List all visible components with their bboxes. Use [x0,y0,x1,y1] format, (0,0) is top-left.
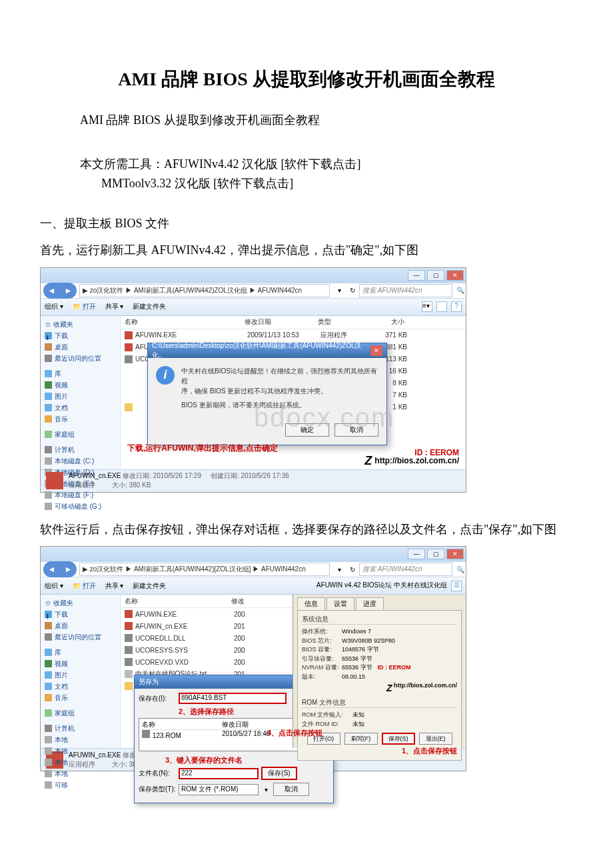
file-list: 名称 修改日期 类型 大小 AFUWIN.EXE2009/11/13 10:53… [121,316,466,469]
share-menu[interactable]: 共享 ▾ [105,302,124,311]
sidebar-drive-f[interactable]: 本地磁盘 (F:) [45,489,116,501]
organize-menu[interactable]: 组织 ▾ [45,302,63,311]
message-dialog: C:\Users\admin\Desktop\zo汉化软件\AMI刷新工具(AF… [147,343,387,445]
save-button[interactable]: 保存(S) [261,767,297,780]
sidebar-favorites[interactable]: ☆ 收藏夹 [45,319,116,330]
sidebar-downloads[interactable]: ⬇下载 [45,330,116,341]
afuwin-panel: 信息 设置 进度 系统信息 操作系统:Windows 7 BIOS 芯片:W39… [293,595,466,748]
sidebar-documents[interactable]: 文档 [45,681,116,692]
flash-button[interactable]: 刷写(F) [344,733,378,745]
sidebar-drive-g[interactable]: 可移动磁盘 (G:) [45,501,116,512]
filename-input[interactable]: 222 [179,768,259,779]
sidebar-drive[interactable]: 本地 [45,757,116,768]
section-1-heading: 一、提取主板 BIOS 文件 [40,213,573,234]
col-size[interactable]: 大小 [364,317,404,327]
close-button[interactable]: ✕ [446,549,464,559]
afuwin-title: AFUWIN v4.42 BIOS论坛 中关村在线汉化组 [316,581,447,591]
page-title: AMI 品牌 BIOS 从提取到修改开机画面全教程 [40,67,573,92]
sidebar-homegroup[interactable]: 家庭组 [45,429,116,440]
sidebar-pictures[interactable]: 图片 [45,669,116,681]
sidebar-libraries[interactable]: 库 [45,368,116,379]
tab-progress[interactable]: 进度 [356,597,384,610]
nav-back-forward[interactable]: ◄► [43,561,77,577]
toolbar: 组织 ▾ 📁 打开 共享 ▾ 新建文件夹 AFUWIN v4.42 BIOS论坛… [41,577,466,595]
sidebar-drive[interactable]: 可移 [45,779,116,791]
sidebar-videos[interactable]: 视频 [45,379,116,391]
address-path[interactable]: ▶ zo汉化软件 ▶ AMI刷新工具(AFUWIN442)ZOL汉化组 ▶ AF… [79,284,330,297]
zol-url: Zhttp://bios.zol.com.cn/ [364,454,459,468]
open-button[interactable]: 📁 打开 [73,302,96,311]
maximize-button[interactable]: ▢ [427,549,444,559]
save-dialog-title: 另存为 [139,677,159,687]
filetype-dropdown[interactable]: ROM 文件 (*.ROM) [179,784,259,795]
app-icon [46,472,63,489]
maximize-button[interactable]: ▢ [427,270,444,281]
sidebar-libraries[interactable]: 库 [45,647,116,658]
nav-back-forward[interactable]: ◄► [43,283,77,299]
exit-button[interactable]: 退出(E) [419,733,452,745]
filename-label: 文件名(N): [139,769,176,778]
preview-icon[interactable] [436,301,447,312]
dialog-message: 中关村在线BIOS论坛提醒您！在继续之前，强烈推荐关闭其他所有程 序，确保 BI… [181,366,378,410]
sidebar-drive[interactable]: 本地 [45,734,116,745]
filetype-label: 保存类型(T): [139,785,176,794]
col-date[interactable]: 修改 [231,597,258,606]
new-folder-button[interactable]: 新建文件夹 [133,581,166,591]
tab-settings[interactable]: 设置 [326,597,354,610]
open-button[interactable]: 📁 打开 [73,581,96,591]
organize-menu[interactable]: 组织 ▾ [45,581,63,591]
col-name[interactable]: 名称 [125,317,245,327]
col-name[interactable]: 名称 [125,597,231,606]
sidebar-favorites[interactable]: ☆ 收藏夹 [45,597,116,609]
sidebar-computer[interactable]: 计算机 [45,444,116,455]
col-date[interactable]: 修改日期 [245,317,318,327]
sidebar-recent[interactable]: 最近访问的位置 [45,353,116,364]
dialog-title-text: C:\Users\admin\Desktop\zo汉化软件\AMI刷新工具(AF… [152,341,370,360]
sidebar-music[interactable]: 音乐 [45,413,116,425]
sidebar-drive[interactable]: 本地 [45,768,116,779]
tab-info[interactable]: 信息 [297,597,325,610]
sidebar-drive[interactable]: 本地 [45,745,116,757]
dialog-close-button[interactable]: ✕ [370,345,382,356]
search-input[interactable]: 搜索 AFUWIN442cn [359,284,452,297]
breadcrumb-bar: ◄► ▶ zo汉化软件 ▶ AMI刷新工具(AFUWIN442)[ZOL汉化组]… [41,561,466,577]
cancel-button[interactable]: 取消 [273,783,309,796]
sidebar-drive-c[interactable]: 本地磁盘 (C:) [45,455,116,467]
sidebar-recent[interactable]: 最近访问的位置 [45,631,116,643]
ok-button[interactable]: 确定 [285,423,329,437]
sidebar-computer[interactable]: 计算机 [45,723,116,734]
save-in-dropdown[interactable]: 890AF419.BST [179,693,287,704]
sidebar-pictures[interactable]: 图片 [45,391,116,402]
close-button[interactable]: ✕ [446,270,464,281]
cancel-button[interactable]: 取消 [334,423,378,437]
section-2-text: 软件运行后，点击保存按钮，弹出保存对话框，选择要保存的路径以及文件名，点击"保存… [40,519,573,540]
help-icon[interactable]: ☰ [451,581,462,591]
annotation-1: 1、点击保存按钮 [302,746,457,756]
sidebar-music[interactable]: 音乐 [45,692,116,703]
explorer-body: ☆ 收藏夹 ⬇下载 桌面 最近访问的位置 库 视频 图片 文档 音乐 家庭组 计… [41,316,466,469]
help-icon[interactable]: ? [451,301,462,312]
share-menu[interactable]: 共享 ▾ [105,581,124,591]
view-icon[interactable]: ≡▾ [422,301,432,312]
file-row[interactable]: AFUWIN.EXE2009/11/13 10:53应用程序371 KB [121,329,466,341]
minimize-button[interactable]: — [408,549,425,559]
sidebar: ☆ 收藏夹 ⬇下载 桌面 最近访问的位置 库 视频 图片 文档 音乐 家庭组 计… [41,595,121,748]
search-input[interactable]: 搜索 AFUWIN442cn [359,563,452,576]
sidebar-documents[interactable]: 文档 [45,402,116,413]
rominfo-title: ROM 文件信息 [302,698,457,708]
sidebar: ☆ 收藏夹 ⬇下载 桌面 最近访问的位置 库 视频 图片 文档 音乐 家庭组 计… [41,316,121,469]
window-controls: — ▢ ✕ [41,547,466,561]
col-type[interactable]: 类型 [318,317,364,327]
tool-line-1: 本文所需工具：AFUWINv4.42 汉化版 [软件下载点击] [80,155,573,174]
minimize-button[interactable]: — [408,270,425,281]
window-controls: — ▢ ✕ [41,268,466,283]
sidebar-downloads[interactable]: ⬇下载 [45,609,116,620]
new-folder-button[interactable]: 新建文件夹 [133,302,166,311]
save-in-label: 保存在(I): [139,694,176,703]
sidebar-homegroup[interactable]: 家庭组 [45,707,116,719]
sidebar-desktop[interactable]: 桌面 [45,341,116,353]
address-path[interactable]: ▶ zo汉化软件 ▶ AMI刷新工具(AFUWIN442)[ZOL汉化组] ▶ … [79,563,330,576]
save-button[interactable]: 保存(S) [382,733,415,745]
sidebar-desktop[interactable]: 桌面 [45,620,116,631]
sidebar-videos[interactable]: 视频 [45,658,116,669]
